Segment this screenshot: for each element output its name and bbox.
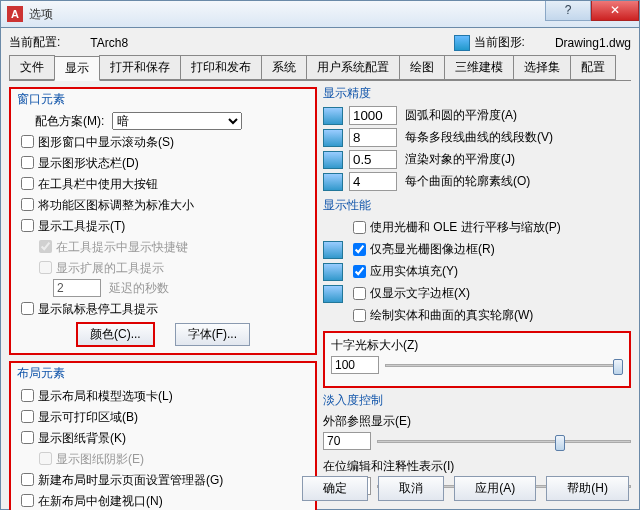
cb-ribbon[interactable]: [21, 198, 34, 211]
cb-scrollbar[interactable]: [21, 135, 34, 148]
cb-tooltips[interactable]: [21, 219, 34, 232]
color-scheme-label: 配色方案(M):: [35, 112, 104, 130]
cb-hover[interactable]: [21, 302, 34, 315]
cb-shortcut[interactable]: [39, 240, 52, 253]
precision-icon: [323, 107, 343, 125]
precision-icon: [323, 173, 343, 191]
precision-title: 显示精度: [323, 85, 631, 102]
layout-elements-title: 布局元素: [17, 365, 309, 382]
crosshair-group: 十字光标大小(Z): [323, 331, 631, 388]
cb-page-mgr[interactable]: [21, 473, 34, 486]
precision-icon: [323, 129, 343, 147]
render-input[interactable]: [349, 150, 397, 169]
ok-button[interactable]: 确定: [302, 476, 368, 501]
current-drawing-label: 当前图形:: [474, 34, 525, 51]
arc-input[interactable]: [349, 106, 397, 125]
xref-label: 外部参照显示(E): [323, 413, 631, 430]
perf-icon: [323, 285, 343, 303]
cancel-button[interactable]: 取消: [378, 476, 444, 501]
app-icon: A: [7, 6, 23, 22]
help-footer-button[interactable]: 帮助(H): [546, 476, 629, 501]
precision-icon: [323, 151, 343, 169]
current-profile-value: TArch8: [90, 36, 128, 50]
help-button[interactable]: ?: [545, 1, 591, 21]
cb-pagebg[interactable]: [21, 431, 34, 444]
color-button[interactable]: 颜色(C)...: [76, 322, 155, 347]
layout-elements-group: 布局元素 显示布局和模型选项卡(L) 显示可打印区域(B) 显示图纸背景(K) …: [9, 361, 317, 510]
tab-display[interactable]: 显示: [54, 56, 100, 81]
window-title: 选项: [29, 6, 53, 23]
edit-label: 在位编辑和注释性表示(I): [323, 458, 631, 475]
cb-raster-edge[interactable]: [353, 243, 366, 256]
cb-text-only[interactable]: [353, 287, 366, 300]
window-elements-title: 窗口元素: [17, 91, 309, 108]
cb-bigbtn[interactable]: [21, 177, 34, 190]
tab-3d[interactable]: 三维建模: [444, 55, 514, 80]
crosshair-label: 十字光标大小(Z): [331, 337, 623, 354]
tab-plot[interactable]: 打印和发布: [180, 55, 262, 80]
color-scheme-select[interactable]: 暗: [112, 112, 242, 130]
cb-silhouette[interactable]: [353, 309, 366, 322]
crosshair-slider[interactable]: [385, 357, 623, 373]
perf-icon: [323, 263, 343, 281]
font-button[interactable]: 字体(F)...: [175, 323, 250, 346]
titlebar: A 选项 ? ✕: [0, 0, 640, 28]
cb-printable[interactable]: [21, 410, 34, 423]
tab-drafting[interactable]: 绘图: [399, 55, 445, 80]
cb-solid-fill[interactable]: [353, 265, 366, 278]
dialog-body: 当前配置: TArch8 当前图形: Drawing1.dwg 文件 显示 打开…: [0, 28, 640, 510]
delay-input[interactable]: [53, 279, 101, 297]
cb-ext-tooltip[interactable]: [39, 261, 52, 274]
tab-userpref[interactable]: 用户系统配置: [306, 55, 400, 80]
tab-system[interactable]: 系统: [261, 55, 307, 80]
cb-shadow[interactable]: [39, 452, 52, 465]
cb-create-vp[interactable]: [21, 494, 34, 507]
window-elements-group: 窗口元素 配色方案(M): 暗 图形窗口中显示滚动条(S) 显示图形状态栏(D)…: [9, 87, 317, 355]
apply-button[interactable]: 应用(A): [454, 476, 536, 501]
tab-profiles[interactable]: 配置: [570, 55, 616, 80]
current-profile-label: 当前配置:: [9, 34, 60, 51]
cb-layout-tabs[interactable]: [21, 389, 34, 402]
perf-title: 显示性能: [323, 197, 631, 214]
fade-title: 淡入度控制: [323, 392, 631, 409]
cb-pan[interactable]: [353, 221, 366, 234]
dialog-footer: 确定 取消 应用(A) 帮助(H): [302, 476, 629, 501]
xref-input[interactable]: [323, 432, 371, 450]
crosshair-input[interactable]: [331, 356, 379, 374]
tab-file[interactable]: 文件: [9, 55, 55, 80]
close-button[interactable]: ✕: [591, 1, 639, 21]
tab-open-save[interactable]: 打开和保存: [99, 55, 181, 80]
xref-slider[interactable]: [377, 433, 631, 449]
tab-selection[interactable]: 选择集: [513, 55, 571, 80]
poly-input[interactable]: [349, 128, 397, 147]
drawing-icon: [454, 35, 470, 51]
tabstrip: 文件 显示 打开和保存 打印和发布 系统 用户系统配置 绘图 三维建模 选择集 …: [9, 55, 631, 81]
perf-icon: [323, 241, 343, 259]
current-drawing-value: Drawing1.dwg: [555, 36, 631, 50]
surf-input[interactable]: [349, 172, 397, 191]
cb-statusbar[interactable]: [21, 156, 34, 169]
right-column: 显示精度 圆弧和圆的平滑度(A) 每条多段线曲线的线段数(V) 渲染对象的平滑度…: [323, 87, 631, 510]
left-column: 窗口元素 配色方案(M): 暗 图形窗口中显示滚动条(S) 显示图形状态栏(D)…: [9, 87, 317, 510]
